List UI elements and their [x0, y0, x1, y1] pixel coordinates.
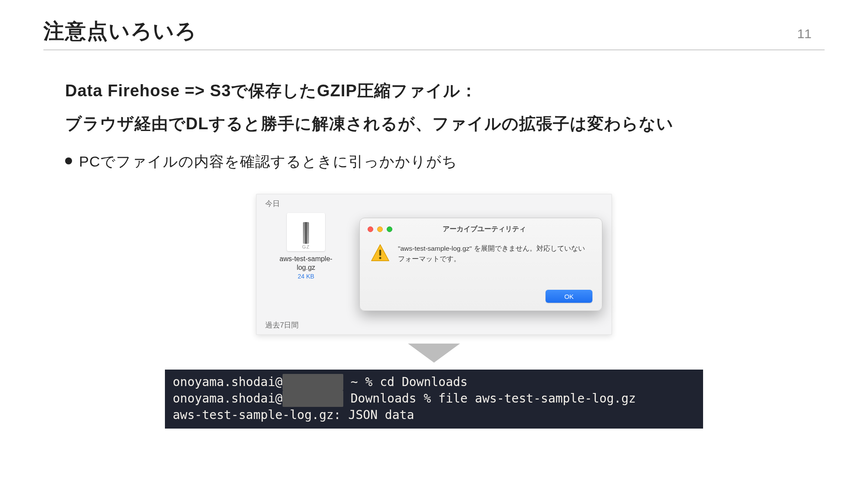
file-size: 24 KB: [298, 273, 314, 280]
warning-icon: [370, 243, 390, 263]
svg-point-2: [379, 257, 381, 259]
slide-body: Data Firehose => S3で保存したGZIP圧縮ファイル： ブラウザ…: [43, 74, 825, 429]
terminal-output: onoyama.shodai@ ~ % cd Downloads onoyama…: [165, 370, 703, 428]
alert-dialog: アーカイブユーティリティ "aws-test-sample-log.gz" を展…: [359, 218, 602, 311]
alert-title: アーカイブユーティリティ: [374, 225, 594, 234]
slide-title: 注意点いろいろ: [43, 17, 197, 45]
redacted-host: [283, 390, 343, 407]
gz-file-icon: GZ: [287, 213, 325, 251]
term-line-1: onoyama.shodai@ ~ % cd Downloads: [173, 375, 467, 389]
bullet-item: PCでファイルの内容を確認するときに引っかかりがち: [65, 150, 803, 173]
lead-text: Data Firehose => S3で保存したGZIP圧縮ファイル： ブラウザ…: [65, 74, 803, 140]
close-icon[interactable]: [368, 226, 373, 232]
redacted-host: [283, 374, 343, 390]
slide-header: 注意点いろいろ 11: [43, 17, 825, 50]
lead-line-2: ブラウザ経由でDLすると勝手に解凍されるが、ファイルの拡張子は変わらない: [65, 107, 803, 140]
page-number: 11: [797, 26, 825, 41]
file-item: GZ aws-test-sample- log.gz 24 KB: [267, 213, 345, 280]
alert-message: "aws-test-sample-log.gz" を展開できません。対応していな…: [398, 243, 592, 264]
bullet-list: PCでファイルの内容を確認するときに引っかかりがち: [65, 150, 803, 173]
file-ext-badge: GZ: [302, 244, 309, 249]
arrow-down-icon: [408, 344, 460, 364]
svg-rect-1: [379, 250, 381, 256]
finder-section-today: 今日: [256, 194, 612, 213]
finder-section-past: 過去7日間: [265, 320, 299, 330]
term-line-3: aws-test-sample-log.gz: JSON data: [173, 408, 414, 422]
bullet-dot-icon: [65, 157, 72, 164]
alert-titlebar: アーカイブユーティリティ: [368, 224, 594, 234]
slide: 注意点いろいろ 11 Data Firehose => S3で保存したGZIP圧…: [0, 0, 868, 488]
term-line-2: onoyama.shodai@ Downloads % file aws-tes…: [173, 391, 636, 406]
file-name: aws-test-sample- log.gz: [279, 255, 332, 272]
svg-marker-3: [408, 344, 460, 363]
finder-screenshot: 今日 GZ aws-test-sample- log.gz 24 KB 過去7日…: [256, 194, 612, 335]
ok-button[interactable]: OK: [546, 290, 592, 303]
lead-line-1: Data Firehose => S3で保存したGZIP圧縮ファイル：: [65, 74, 803, 107]
bullet-text: PCでファイルの内容を確認するときに引っかかりがち: [79, 150, 457, 173]
zipper-icon: [303, 222, 309, 244]
alert-body: "aws-test-sample-log.gz" を展開できません。対応していな…: [368, 234, 594, 264]
